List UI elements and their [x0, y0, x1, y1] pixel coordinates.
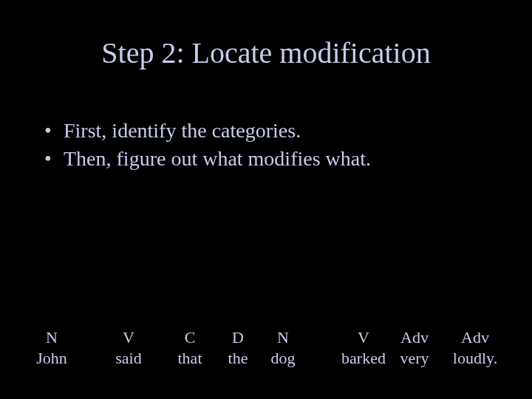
bullet-text: First, identify the categories.	[64, 117, 301, 145]
bullet-list: • First, identify the categories. • Then…	[44, 117, 488, 173]
bullet-item: • Then, figure out what modifies what.	[44, 145, 488, 173]
category-label: N	[265, 327, 301, 348]
bullet-dot-icon: •	[44, 145, 64, 173]
word-col: Adv loudly.	[446, 327, 504, 368]
word-label: said	[109, 348, 148, 369]
category-label: Adv	[446, 327, 504, 348]
word-col: V said	[109, 327, 148, 368]
word-label: loudly.	[446, 348, 504, 369]
bullet-dot-icon: •	[44, 117, 64, 145]
word-col: N dog	[265, 327, 301, 368]
category-label: D	[222, 327, 254, 348]
word-label: John	[30, 348, 74, 369]
category-label: V	[109, 327, 148, 348]
word-col: C that	[171, 327, 208, 368]
category-label: N	[30, 327, 74, 348]
bullet-text: Then, figure out what modifies what.	[64, 145, 371, 173]
word-col: N John	[30, 327, 74, 368]
word-label: the	[222, 348, 254, 369]
word-col: D the	[222, 327, 254, 368]
word-label: barked	[337, 348, 390, 369]
category-label: C	[171, 327, 208, 348]
word-label: that	[171, 348, 208, 369]
word-label: very	[395, 348, 434, 369]
word-col: V barked	[337, 327, 390, 368]
category-label: V	[337, 327, 390, 348]
bullet-item: • First, identify the categories.	[44, 117, 488, 145]
sentence-row: N John V said C that D the N dog V barke…	[0, 327, 532, 368]
slide-title: Step 2: Locate modification	[0, 35, 532, 70]
category-label: Adv	[395, 327, 434, 348]
word-col: Adv very	[395, 327, 434, 368]
word-label: dog	[265, 348, 301, 369]
slide: Step 2: Locate modification • First, ide…	[0, 0, 532, 399]
